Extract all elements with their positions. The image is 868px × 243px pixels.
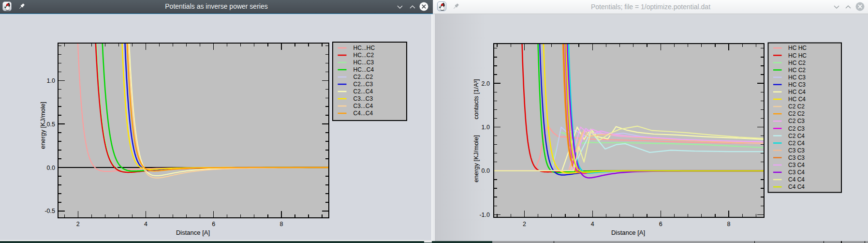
svg-text:2.0: 2.0 xyxy=(482,80,490,87)
svg-text:C3 C4: C3 C4 xyxy=(788,162,805,168)
svg-text:HC C3: HC C3 xyxy=(788,81,806,88)
svg-text:4: 4 xyxy=(591,221,594,228)
svg-text:Distance [A]: Distance [A] xyxy=(176,229,210,236)
svg-text:0.5: 0.5 xyxy=(47,121,55,128)
svg-text:HC...C3: HC...C3 xyxy=(353,59,374,66)
svg-text:1.0: 1.0 xyxy=(47,77,55,84)
svg-text:6: 6 xyxy=(212,221,215,228)
svg-text:C2 C2: C2 C2 xyxy=(788,110,805,117)
svg-text:2: 2 xyxy=(523,221,526,228)
svg-text:HC...HC: HC...HC xyxy=(353,45,375,51)
svg-text:1.0: 1.0 xyxy=(482,124,490,131)
svg-text:C2 C2: C2 C2 xyxy=(788,103,805,110)
svg-text:C4 C4: C4 C4 xyxy=(788,183,805,190)
svg-text:HC HC: HC HC xyxy=(788,45,807,51)
svg-text:HC...C4: HC...C4 xyxy=(353,66,374,73)
svg-text:HC C2: HC C2 xyxy=(788,67,806,74)
svg-text:HC C4: HC C4 xyxy=(788,89,806,95)
svg-text:C2 C3: C2 C3 xyxy=(788,118,805,124)
svg-text:contacts [1/A³]: contacts [1/A³] xyxy=(472,79,480,119)
svg-text:Distance [A]: Distance [A] xyxy=(611,229,645,236)
svg-text:C2...C4: C2...C4 xyxy=(353,88,373,95)
svg-text:0.0: 0.0 xyxy=(482,167,490,174)
svg-text:-0.5: -0.5 xyxy=(44,208,55,214)
svg-text:6: 6 xyxy=(659,221,662,228)
svg-text:HC C3: HC C3 xyxy=(788,74,806,81)
svg-text:8: 8 xyxy=(280,221,283,228)
svg-text:HC C4: HC C4 xyxy=(788,96,806,103)
svg-text:energy [KJ/mole]: energy [KJ/mole] xyxy=(472,135,480,182)
svg-text:energy [KJ/mole]: energy [KJ/mole] xyxy=(39,102,46,149)
svg-text:HC HC: HC HC xyxy=(788,52,807,59)
svg-text:C3 C3: C3 C3 xyxy=(788,154,805,161)
svg-text:C2 C4: C2 C4 xyxy=(788,133,805,139)
svg-text:2: 2 xyxy=(76,221,80,228)
svg-text:C3...C3: C3...C3 xyxy=(353,95,373,102)
svg-text:HC C2: HC C2 xyxy=(788,60,806,66)
svg-text:C2...C3: C2...C3 xyxy=(353,81,373,88)
svg-text:8: 8 xyxy=(727,221,731,228)
svg-text:C2 C3: C2 C3 xyxy=(788,125,805,132)
svg-text:-1.0: -1.0 xyxy=(479,212,490,218)
svg-text:HC...C2: HC...C2 xyxy=(353,52,374,59)
svg-text:C4...C4: C4...C4 xyxy=(353,110,373,117)
svg-text:C2 C4: C2 C4 xyxy=(788,140,805,147)
svg-text:C3 C3: C3 C3 xyxy=(788,147,805,154)
svg-text:C3...C4: C3...C4 xyxy=(353,103,373,109)
svg-text:0.0: 0.0 xyxy=(47,165,55,171)
svg-text:4: 4 xyxy=(144,221,147,228)
svg-text:C2...C2: C2...C2 xyxy=(353,74,373,80)
svg-text:C4 C4: C4 C4 xyxy=(788,176,805,183)
svg-text:C3 C4: C3 C4 xyxy=(788,169,805,176)
